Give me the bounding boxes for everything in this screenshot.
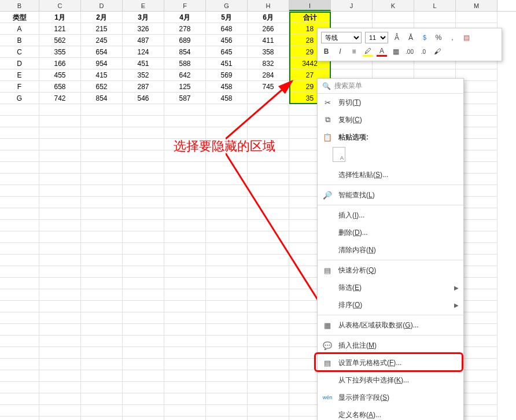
accounting-format-icon[interactable]: ＄ — [419, 32, 430, 43]
cell[interactable] — [39, 220, 81, 231]
cell[interactable] — [248, 324, 289, 336]
cell[interactable]: G — [0, 93, 39, 104]
cell[interactable]: 745 — [248, 81, 289, 93]
cell[interactable]: 569 — [206, 69, 248, 81]
cell[interactable] — [0, 370, 39, 382]
cell[interactable] — [123, 139, 164, 150]
cell[interactable]: 4月 — [164, 12, 206, 23]
cell[interactable] — [248, 417, 289, 420]
cell[interactable] — [81, 289, 123, 301]
cell[interactable] — [81, 417, 123, 420]
cell[interactable] — [373, 12, 414, 23]
menu-paste-special[interactable]: 选择性粘贴(S)... — [318, 166, 463, 183]
cell[interactable] — [39, 266, 81, 278]
cell[interactable]: 2月 — [81, 12, 123, 23]
cell[interactable]: 645 — [206, 46, 248, 58]
cell[interactable] — [0, 197, 39, 208]
cell[interactable] — [248, 185, 289, 197]
format-painter-button[interactable]: 🖌 — [432, 46, 443, 57]
cell[interactable] — [206, 185, 248, 197]
cell[interactable] — [81, 220, 123, 231]
cell[interactable] — [248, 347, 289, 359]
cell[interactable] — [81, 393, 123, 405]
cell[interactable] — [164, 116, 206, 127]
cell[interactable] — [123, 104, 164, 116]
cell[interactable]: 121 — [39, 23, 81, 35]
cell[interactable] — [164, 127, 206, 139]
cell[interactable] — [248, 208, 289, 220]
cell[interactable]: 458 — [206, 93, 248, 104]
cell[interactable] — [0, 162, 39, 174]
cell[interactable] — [0, 255, 39, 266]
menu-copy[interactable]: ⧉复制(C) — [318, 111, 463, 128]
cell[interactable] — [81, 231, 123, 243]
cell[interactable] — [81, 324, 123, 336]
cell[interactable] — [248, 266, 289, 278]
cell[interactable] — [206, 393, 248, 405]
cell[interactable] — [206, 382, 248, 393]
cell[interactable] — [0, 174, 39, 185]
cell[interactable] — [123, 336, 164, 347]
cell[interactable] — [123, 370, 164, 382]
cell[interactable] — [123, 255, 164, 266]
cell[interactable] — [248, 197, 289, 208]
cell[interactable] — [0, 139, 39, 150]
cell[interactable] — [248, 174, 289, 185]
cell[interactable] — [164, 231, 206, 243]
cell[interactable] — [0, 289, 39, 301]
cell[interactable] — [164, 197, 206, 208]
cell[interactable] — [81, 185, 123, 197]
font-color-button[interactable]: A — [377, 46, 387, 57]
cell[interactable] — [123, 162, 164, 174]
cell[interactable] — [248, 370, 289, 382]
cell[interactable] — [206, 220, 248, 231]
menu-get-data[interactable]: ▦从表格/区域获取数据(G)... — [318, 316, 463, 334]
cell[interactable] — [39, 301, 81, 312]
cell[interactable] — [164, 174, 206, 185]
cell[interactable] — [39, 174, 81, 185]
cell[interactable]: 3月 — [123, 12, 164, 23]
cell[interactable] — [123, 393, 164, 405]
decrease-decimal-button[interactable]: .0 — [418, 46, 429, 57]
fill-color-button[interactable]: 🖊 — [363, 46, 373, 57]
cell[interactable] — [248, 220, 289, 231]
cell[interactable]: 487 — [123, 35, 164, 46]
cell[interactable] — [81, 243, 123, 255]
cell[interactable]: 455 — [39, 69, 81, 81]
cell[interactable]: 411 — [248, 35, 289, 46]
borders-button[interactable]: ▦ — [390, 46, 401, 57]
cell[interactable] — [81, 174, 123, 185]
cell[interactable] — [81, 382, 123, 393]
cell[interactable] — [0, 312, 39, 324]
cell[interactable] — [39, 116, 81, 127]
cell[interactable]: 125 — [164, 81, 206, 93]
cell[interactable] — [39, 127, 81, 139]
percent-format-icon[interactable]: % — [433, 32, 444, 43]
cell[interactable] — [331, 12, 373, 23]
cell[interactable]: 854 — [164, 46, 206, 58]
cell[interactable] — [206, 116, 248, 127]
cell[interactable]: 166 — [39, 58, 81, 69]
cell[interactable] — [39, 289, 81, 301]
cell[interactable] — [123, 417, 164, 420]
cell[interactable] — [248, 93, 289, 104]
cell[interactable] — [164, 220, 206, 231]
cell[interactable]: 654 — [81, 46, 123, 58]
cell[interactable]: 658 — [39, 81, 81, 93]
menu-pick-from-list[interactable]: 从下拉列表中选择(K)... — [318, 371, 463, 389]
increase-font-icon[interactable]: Â — [392, 32, 402, 43]
cell[interactable] — [248, 231, 289, 243]
cell[interactable] — [123, 185, 164, 197]
cell[interactable] — [164, 104, 206, 116]
cell[interactable]: 451 — [123, 58, 164, 69]
cell[interactable] — [206, 301, 248, 312]
cell[interactable]: 587 — [164, 93, 206, 104]
cell[interactable] — [123, 116, 164, 127]
cell[interactable]: 652 — [81, 81, 123, 93]
cell[interactable] — [81, 139, 123, 150]
cell[interactable] — [206, 127, 248, 139]
cell[interactable]: B — [0, 35, 39, 46]
cell[interactable] — [248, 301, 289, 312]
cell[interactable]: 648 — [206, 23, 248, 35]
cell[interactable] — [248, 116, 289, 127]
